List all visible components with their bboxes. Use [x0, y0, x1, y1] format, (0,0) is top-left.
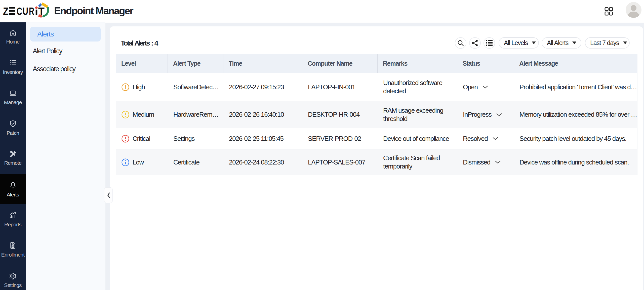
svg-text:T: T: [38, 5, 45, 17]
svg-text:R: R: [29, 5, 34, 17]
svg-text:U: U: [23, 5, 28, 17]
svg-text:C: C: [17, 5, 22, 17]
svg-text:Z: Z: [3, 5, 9, 17]
